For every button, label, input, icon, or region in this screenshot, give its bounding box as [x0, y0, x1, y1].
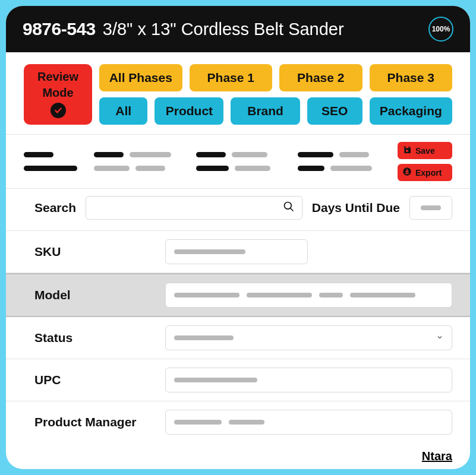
tab-phase-3[interactable]: Phase 3	[370, 64, 453, 91]
export-button[interactable]: Export	[398, 164, 452, 181]
field-label: SKU	[34, 245, 153, 259]
tab-phase-1[interactable]: Phase 1	[190, 64, 273, 91]
search-bar: Search Days Until Due	[6, 189, 470, 231]
tab-product[interactable]: Product	[155, 97, 223, 125]
search-label: Search	[34, 201, 76, 215]
tab-seo[interactable]: SEO	[307, 97, 362, 125]
svg-rect-0	[405, 146, 408, 148]
save-icon	[402, 145, 412, 156]
sku-input[interactable]	[165, 239, 308, 264]
app-card: 9876-543 3/8" x 13" Cordless Belt Sander…	[6, 6, 470, 469]
tab-brand[interactable]: Brand	[231, 97, 300, 125]
tab-phase-2[interactable]: Phase 2	[279, 64, 362, 91]
field-row-status: Status	[6, 317, 470, 359]
tab-groups: All Phases Phase 1 Phase 2 Phase 3 All P…	[99, 64, 452, 125]
actions-bar: Save Export	[6, 135, 470, 188]
check-icon	[51, 103, 66, 118]
tab-packaging[interactable]: Packaging	[370, 97, 452, 125]
skeleton-summary	[24, 152, 383, 171]
tab-all-phases[interactable]: All Phases	[99, 64, 182, 91]
field-label: Status	[34, 331, 153, 345]
model-input[interactable]	[165, 283, 452, 308]
action-buttons: Save Export	[398, 142, 452, 181]
field-row-model: Model	[6, 273, 470, 317]
upc-input[interactable]	[165, 368, 452, 392]
days-until-due-label: Days Until Due	[312, 201, 400, 215]
chevron-down-icon	[436, 332, 443, 343]
review-mode-button[interactable]: Review Mode	[24, 64, 92, 125]
search-icon	[283, 201, 295, 215]
header-description: 3/8" x 13" Cordless Belt Sander	[103, 20, 344, 39]
field-row-upc: UPC	[6, 359, 470, 401]
field-row-sku: SKU	[6, 231, 470, 273]
svg-line-5	[290, 208, 293, 211]
completion-text: 100%	[432, 25, 450, 33]
field-row-product-manager: Product Manager	[6, 401, 470, 443]
category-tabs: All Product Brand SEO Packaging	[99, 97, 452, 125]
tab-all[interactable]: All	[99, 97, 147, 125]
save-button[interactable]: Save	[398, 142, 452, 159]
svg-point-4	[284, 202, 291, 210]
field-label: Model	[34, 288, 153, 302]
svg-point-1	[406, 150, 408, 152]
header-sku: 9876-543	[23, 19, 96, 39]
footer-brand: Ntara	[422, 449, 452, 463]
field-label: Product Manager	[34, 415, 153, 429]
days-until-due-input[interactable]	[409, 196, 452, 220]
toolbar: Review Mode All Phases Phase 1 Phase 2 P…	[6, 52, 470, 134]
phase-tabs: All Phases Phase 1 Phase 2 Phase 3	[99, 64, 452, 91]
header-bar: 9876-543 3/8" x 13" Cordless Belt Sander…	[6, 6, 470, 52]
completion-badge: 100%	[428, 17, 453, 42]
product-manager-input[interactable]	[165, 410, 452, 435]
status-select[interactable]	[165, 325, 452, 350]
search-input[interactable]	[86, 196, 302, 220]
download-icon	[402, 167, 412, 178]
field-label: UPC	[34, 373, 153, 387]
